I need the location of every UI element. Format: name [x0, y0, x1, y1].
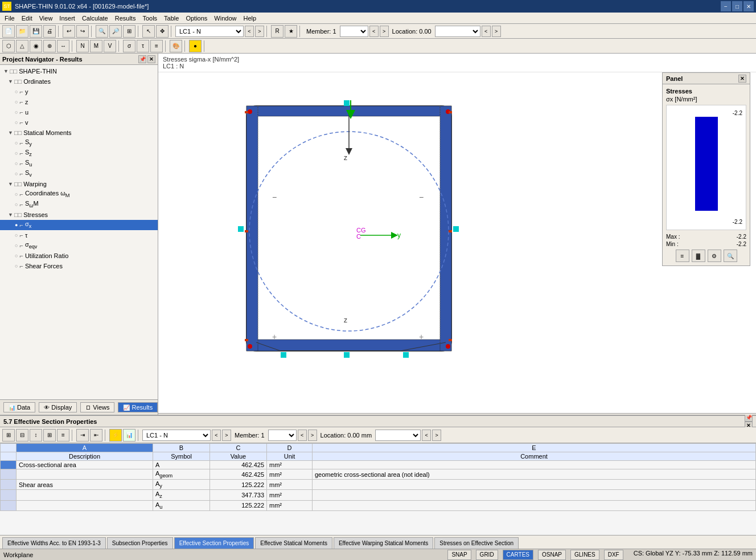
panel-table-btn[interactable]: ≡	[676, 250, 689, 262]
lc-prev[interactable]: <	[245, 26, 254, 37]
lc-combo[interactable]: LC1 - N	[175, 26, 244, 37]
tree-z[interactable]: ○ ⌐ z	[0, 97, 158, 107]
menu-results[interactable]: Results	[112, 13, 139, 24]
glines-btn[interactable]: GLINES	[570, 550, 599, 560]
new-btn[interactable]: 📄	[2, 25, 15, 38]
menu-table[interactable]: Table	[161, 13, 182, 24]
tab-effective-section-properties[interactable]: Effective Section Properties	[174, 537, 254, 549]
loc-next[interactable]: >	[492, 26, 501, 37]
move-btn[interactable]: ✥	[156, 25, 169, 38]
tree-u[interactable]: ○ ⌐ u	[0, 107, 158, 117]
osnap-btn[interactable]: OSNAP	[538, 550, 566, 560]
menu-view[interactable]: View	[36, 13, 56, 24]
menu-options[interactable]: Options	[182, 13, 211, 24]
redo-btn[interactable]: ↪	[76, 25, 89, 38]
bt-excel[interactable]: 📊	[123, 429, 135, 442]
tab-subsection-properties[interactable]: Subsection Properties	[107, 537, 173, 549]
tb2-btn11[interactable]: ≡	[150, 40, 163, 52]
col-d-header[interactable]: D	[267, 444, 313, 452]
tb2-btn10[interactable]: τ	[137, 40, 149, 52]
undo-btn[interactable]: ↩	[63, 25, 75, 38]
bt-btn5[interactable]: ≡	[57, 429, 69, 442]
menu-tools[interactable]: Tools	[139, 13, 161, 24]
save-btn[interactable]: 💾	[30, 25, 42, 38]
panel-zoom-btn[interactable]: 🔍	[724, 250, 737, 262]
nav-tab-display[interactable]: 👁 Display	[39, 402, 77, 412]
tab-effective-widths[interactable]: Effective Widths Acc. to EN 1993-1-3	[2, 537, 106, 549]
location-combo[interactable]	[435, 26, 480, 37]
tree-som[interactable]: ○ ⌐ SωM	[0, 199, 158, 210]
tb2-btn9[interactable]: σ	[123, 40, 135, 52]
tb2-btn1[interactable]: ⬡	[2, 40, 15, 52]
tree-sigma-x[interactable]: ● ⌐ σx	[0, 220, 158, 230]
bt-import[interactable]: ⇥	[76, 429, 89, 442]
cartes-btn[interactable]: CARTES	[503, 550, 533, 560]
col-b-header[interactable]: B	[153, 444, 210, 452]
menu-window[interactable]: Window	[211, 13, 240, 24]
col-a-header[interactable]: A	[17, 444, 153, 452]
snap-btn[interactable]: SNAP	[447, 550, 471, 560]
results2-btn[interactable]: ★	[285, 25, 297, 38]
zoom-in-btn[interactable]: 🔍	[96, 25, 108, 38]
bottom-loc-prev[interactable]: <	[422, 430, 431, 441]
bottom-member-combo[interactable]	[268, 430, 297, 441]
col-e-header[interactable]: E	[313, 444, 756, 452]
tree-shear-forces[interactable]: ○ ⌐ Shear Forces	[0, 261, 158, 271]
tab-effective-warping[interactable]: Effective Warping Statical Moments	[334, 537, 433, 549]
member-combo[interactable]	[340, 26, 368, 37]
member-prev[interactable]: <	[369, 26, 379, 37]
tree-coordinates-om[interactable]: ○ ⌐ Coordinates ωM	[0, 189, 158, 199]
panel-settings-btn[interactable]: ⚙	[708, 250, 721, 262]
tb2-btn3[interactable]: ◉	[30, 40, 42, 52]
tb2-btn7[interactable]: M	[90, 40, 102, 52]
menu-help[interactable]: Help	[240, 13, 260, 24]
tb2-active[interactable]: ●	[189, 40, 202, 52]
bt-export[interactable]: ⇤	[90, 429, 102, 442]
bottom-member-prev[interactable]: <	[298, 430, 307, 441]
grid-btn[interactable]: GRID	[476, 550, 498, 560]
nav-tab-results[interactable]: 📈 Results	[118, 402, 158, 412]
tree-sv[interactable]: ○ ⌐ Sv	[0, 169, 158, 179]
bt-btn3[interactable]: ↕	[30, 429, 42, 442]
tab-effective-statical-moments[interactable]: Effective Statical Moments	[255, 537, 332, 549]
nav-tab-data[interactable]: 📊 Data	[3, 402, 35, 412]
tree-sy[interactable]: ○ ⌐ Sy	[0, 138, 158, 148]
bottom-member-next[interactable]: >	[308, 430, 317, 441]
member-next[interactable]: >	[380, 26, 389, 37]
bottom-loc-next[interactable]: >	[432, 430, 441, 441]
tree-utilization-ratio[interactable]: ○ ⌐ Utilization Ratio	[0, 251, 158, 261]
bt-btn4[interactable]: ⊞	[43, 429, 56, 442]
tree-sigma-eqv[interactable]: ○ ⌐ σeqv	[0, 240, 158, 251]
tree-su[interactable]: ○ ⌐ Su	[0, 158, 158, 169]
tree-sz[interactable]: ○ ⌐ Sz	[0, 148, 158, 158]
dxf-btn[interactable]: DXF	[604, 550, 623, 560]
col-c-header[interactable]: C	[210, 444, 267, 452]
tree-y[interactable]: ○ ⌐ y	[0, 87, 158, 97]
canvas-area[interactable]: − −	[158, 72, 756, 413]
results-btn[interactable]: R	[271, 25, 284, 38]
lc-next[interactable]: >	[255, 26, 264, 37]
zoom-out-btn[interactable]: 🔎	[109, 25, 122, 38]
bottom-lc-prev[interactable]: <	[212, 430, 221, 441]
select-btn[interactable]: ↖	[142, 25, 155, 38]
tb2-btn8[interactable]: V	[104, 40, 116, 52]
bt-btn1[interactable]: ⊞	[2, 429, 15, 442]
tree-shape-thin[interactable]: ▼ □□ SHAPE-THIN	[0, 66, 158, 76]
tree-tau[interactable]: ○ ⌐ τ	[0, 230, 158, 240]
menu-calculate[interactable]: Calculate	[79, 13, 112, 24]
loc-prev[interactable]: <	[482, 26, 491, 37]
bottom-lc-next[interactable]: >	[222, 430, 231, 441]
tb2-btn4[interactable]: ⊕	[43, 40, 56, 52]
nav-pin[interactable]: 📌	[138, 55, 146, 63]
bottom-location-combo[interactable]	[375, 430, 421, 441]
bt-filter-btn[interactable]: ⚡	[109, 429, 122, 442]
print-btn[interactable]: 🖨	[43, 25, 56, 38]
menu-edit[interactable]: Edit	[18, 13, 36, 24]
open-btn[interactable]: 📁	[16, 25, 28, 38]
zoom-fit-btn[interactable]: ⊞	[123, 25, 135, 38]
menu-file[interactable]: File	[1, 13, 18, 24]
tb2-btn5[interactable]: ↔	[57, 40, 69, 52]
bt-btn2[interactable]: ⊟	[16, 429, 28, 442]
tab-stresses-effective-section[interactable]: Stresses on Effective Section	[434, 537, 519, 549]
tb2-btn6[interactable]: N	[76, 40, 89, 52]
